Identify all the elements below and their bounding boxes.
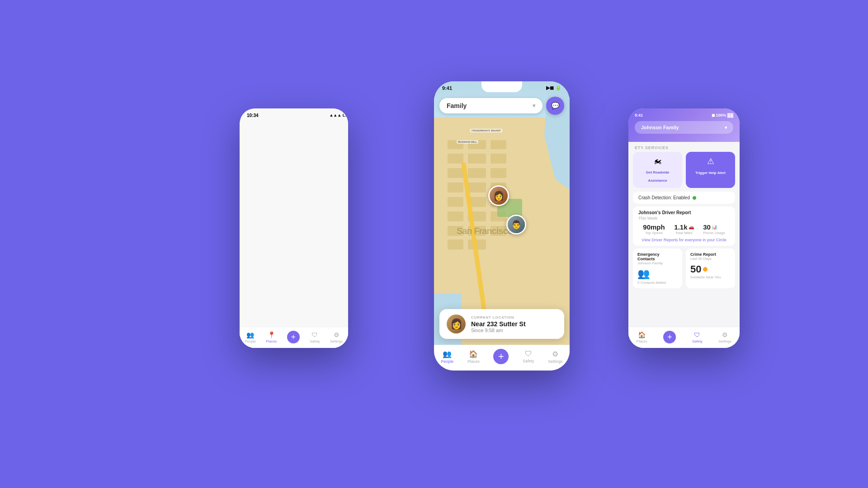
- center-safety-icon: 🛡: [525, 350, 532, 358]
- crime-value-row: 50: [690, 263, 731, 275]
- driver-stats: 90mph Top Speed 1.1k 🚗 Total Miles: [638, 223, 730, 235]
- safety-title: ETY SERVICES: [628, 142, 740, 152]
- center-people-icon: 👥: [443, 350, 452, 358]
- center-nav-people-label: People: [441, 359, 453, 364]
- center-nav-settings-label: Settings: [548, 359, 563, 364]
- nav-people-label: People: [245, 339, 256, 343]
- left-time: 10:34: [247, 113, 259, 348]
- crash-detection-card: Crash Detection: Enabled: [633, 192, 735, 204]
- right-family-selector[interactable]: Johnson Family ▾: [635, 121, 733, 134]
- emergency-subtitle: Johnson Family: [637, 261, 678, 265]
- right-phone-shell: 9:41 ◼ 100% ▓▓ Johnson Family ▾ ETY SERV…: [628, 108, 740, 348]
- center-phone-shell: 9:41 ▶◼ 🔋: [434, 81, 570, 371]
- driver-report-card: Johnson's Driver Report This Week 90mph …: [633, 206, 735, 246]
- nav-people[interactable]: 👥 People: [245, 331, 256, 343]
- right-time: 9:41: [635, 113, 643, 117]
- center-chat-button[interactable]: 💬: [546, 97, 564, 115]
- driver-report-period: This Week: [638, 216, 730, 221]
- right-battery: ◼ 100% ▓▓: [712, 113, 733, 117]
- emergency-title: Emergency Contacts: [637, 252, 678, 261]
- center-add-button-icon: +: [493, 349, 509, 364]
- center-family-name: Family: [447, 102, 467, 109]
- safety-buttons: 🏍 Get Roadside Assistance ⚠ Trigger Help…: [628, 152, 740, 192]
- miles-icon: 🚗: [689, 225, 694, 230]
- center-family-selector[interactable]: Family ▾: [439, 98, 542, 113]
- nav-safety[interactable]: 🛡 Safety: [310, 331, 320, 343]
- crash-detection-row: Crash Detection: Enabled: [638, 195, 730, 200]
- stat-speed-label: Top Speed: [643, 231, 665, 235]
- crime-label: Incidents Near You: [690, 275, 731, 279]
- stat-phone-value: 30 📊: [703, 223, 725, 231]
- contacts-icon: 👥: [637, 268, 650, 279]
- stat-speed: 90mph Top Speed: [643, 223, 665, 235]
- people-icon: 👥: [246, 331, 254, 338]
- stat-speed-value: 90mph: [643, 223, 665, 231]
- warning-dot-icon: [703, 267, 708, 272]
- center-nav-safety-label: Safety: [523, 359, 534, 363]
- center-map: San Francisco FISHERMAN'S WHARF RUSSIAN …: [434, 81, 570, 348]
- bottom-cards: Emergency Contacts Johnson Family 👥 0 Co…: [628, 249, 740, 288]
- right-status-bar: 9:41 ◼ 100% ▓▓: [635, 113, 733, 117]
- roadside-icon: 🏍: [637, 156, 679, 166]
- phone-usage-chart-icon: 📊: [712, 225, 717, 230]
- nav-settings-label: Settings: [330, 339, 343, 343]
- location-label: CURRENT LOCATION: [471, 315, 526, 319]
- center-nav-safety[interactable]: 🛡 Safety: [523, 350, 534, 363]
- location-card: 👩 CURRENT LOCATION Near 232 Sutter St Si…: [439, 309, 564, 339]
- center-nav-settings[interactable]: ⚙ Settings: [548, 350, 563, 364]
- crime-title: Crime Report: [690, 252, 731, 257]
- places-icon: 📍: [268, 331, 275, 338]
- location-address: Near 232 Sutter St: [471, 320, 526, 328]
- right-bottom-nav: 🏠 Places + 🛡 Safety ⚙ Settings: [628, 327, 740, 327]
- help-alert-icon: ⚠: [689, 156, 731, 166]
- right-chevron-icon: ▾: [725, 125, 727, 130]
- stat-miles-label: Total Miles: [674, 231, 693, 235]
- center-nav-places-label: Places: [467, 359, 480, 364]
- center-chevron-icon: ▾: [533, 103, 535, 109]
- roadside-label: Get Roadside Assistance: [646, 170, 670, 183]
- contacts-added: 0 Contacts Added: [637, 281, 678, 285]
- center-nav-add[interactable]: +: [493, 349, 509, 364]
- right-header: 9:41 ◼ 100% ▓▓ Johnson Family ▾: [628, 108, 740, 142]
- center-battery-icon: ▶◼ 🔋: [546, 85, 561, 91]
- left-status-bar: 10:34 ▲▲▲ LTE: [240, 108, 348, 348]
- notch: [481, 81, 522, 92]
- right-family-name: Johnson Family: [641, 125, 679, 130]
- center-header: Family ▾ 💬: [439, 97, 564, 115]
- center-bottom-nav: 👥 People 🏠 Places + 🛡 Safety ⚙ Settings: [434, 345, 570, 371]
- street-label-fisherman: FISHERMAN'S WHARF: [470, 129, 502, 132]
- center-nav-places[interactable]: 🏠 Places: [467, 350, 480, 364]
- stat-miles-value: 1.1k 🚗: [674, 223, 693, 231]
- left-signal: ▲▲▲ LTE: [329, 113, 348, 348]
- user-pin-2: 👨: [506, 215, 526, 235]
- center-settings-icon: ⚙: [552, 350, 558, 358]
- left-bottom-nav: 👥 People 📍 Places + 🛡 Safety ⚙ Settings: [240, 327, 348, 348]
- center-nav-people[interactable]: 👥 People: [441, 350, 453, 364]
- stat-phone: 30 📊 Phone Usage: [703, 223, 725, 235]
- roadside-assistance-button[interactable]: 🏍 Get Roadside Assistance: [633, 152, 682, 188]
- nav-safety-label: Safety: [310, 339, 320, 343]
- nav-places-label: Places: [266, 339, 277, 343]
- crime-period: Last 30 Days: [690, 257, 731, 261]
- crime-value: 50: [690, 263, 701, 275]
- stat-miles: 1.1k 🚗 Total Miles: [674, 223, 693, 235]
- help-alert-button[interactable]: ⚠ Trigger Help Alert: [686, 152, 735, 188]
- driver-report-title: Johnson's Driver Report: [638, 210, 730, 215]
- help-alert-label: Trigger Help Alert: [695, 171, 726, 175]
- crash-detection-label: Crash Detection: Enabled: [638, 195, 690, 200]
- left-phone-shell: 10:34 ▲▲▲ LTE Johnson Family ▾: [240, 108, 348, 348]
- safety-icon: 🛡: [311, 331, 318, 338]
- nav-places[interactable]: 📍 Places: [266, 331, 277, 343]
- phones-wrapper: 10:34 ▲▲▲ LTE Johnson Family ▾: [240, 81, 628, 407]
- location-info: CURRENT LOCATION Near 232 Sutter St Sinc…: [471, 315, 526, 333]
- view-reports-link[interactable]: View Driver Reports for everyone in your…: [638, 235, 730, 242]
- nav-settings[interactable]: ⚙ Settings: [330, 331, 343, 343]
- user-pin-1: 👩: [488, 185, 509, 206]
- center-places-icon: 🏠: [469, 350, 478, 358]
- sf-label: San Francisco: [457, 226, 513, 236]
- nav-add[interactable]: +: [287, 331, 300, 343]
- emergency-contacts-card: Emergency Contacts Johnson Family 👥 0 Co…: [633, 249, 682, 288]
- enabled-dot: [693, 196, 696, 200]
- crime-report-card: Crime Report Last 30 Days 50 Incidents N…: [686, 249, 735, 288]
- street-label-russian: RUSSIAN HILL: [457, 140, 478, 144]
